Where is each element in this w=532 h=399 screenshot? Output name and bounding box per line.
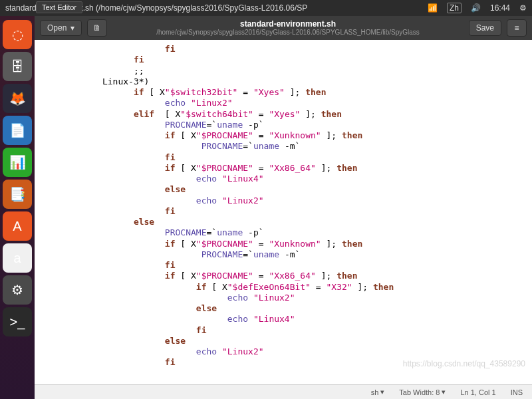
code-line[interactable]: else xyxy=(40,184,532,195)
code-line[interactable]: fi xyxy=(40,152,532,163)
insert-mode[interactable]: INS xyxy=(511,388,523,396)
launcher-firefox[interactable]: 🦊 xyxy=(3,84,32,113)
document-filename: standard-environment.sh xyxy=(112,19,463,29)
save-label: Save xyxy=(476,23,494,33)
watermark: https://blog.csdn.net/qq_43589290 xyxy=(403,359,525,368)
code-line[interactable]: PROCNAME=`uname -m` xyxy=(40,141,532,152)
gedit-toolbar: Open ▾ 🗎 standard-environment.sh /home/c… xyxy=(35,16,532,40)
launcher-files[interactable]: 🗄 xyxy=(3,52,32,81)
code-line[interactable]: if [ X"$PROCNAME" = "Xunknown" ]; then xyxy=(40,239,532,249)
code-line[interactable]: PROCNAME=`uname -p` xyxy=(40,227,532,238)
code-line[interactable]: echo "Linux4" xyxy=(40,174,532,184)
code-line[interactable]: ;; xyxy=(40,66,532,76)
new-file-icon: 🗎 xyxy=(93,23,101,33)
unity-launcher: ◌🗄🦊📄📊📑Aa⚙>_ xyxy=(0,16,35,399)
code-line[interactable]: PROCNAME=`uname -p` xyxy=(40,120,532,130)
launcher-ubuntu-dash[interactable]: ◌ xyxy=(3,20,32,49)
code-line[interactable]: echo "Linux2" xyxy=(40,346,532,357)
network-icon[interactable]: 📶 xyxy=(428,3,438,13)
document-title-area: standard-environment.sh /home/cjw/Synops… xyxy=(112,19,463,37)
code-line[interactable]: elif [ X"$switch64bit" = "Xyes" ]; then xyxy=(40,109,532,120)
editor-viewport[interactable]: fi fi ;; Linux-3*) if [ X"$switch32bit" … xyxy=(35,40,532,384)
code-line[interactable]: fi xyxy=(40,325,532,336)
hamburger-menu-button[interactable]: ≡ xyxy=(507,19,527,37)
status-bar: sh ▾ Tab Width: 8 ▾ Ln 1, Col 1 INS xyxy=(35,384,532,399)
launcher-impress[interactable]: 📑 xyxy=(3,180,32,209)
cursor-position: Ln 1, Col 1 xyxy=(460,388,495,396)
new-document-button[interactable]: 🗎 xyxy=(87,19,107,37)
code-line[interactable]: else xyxy=(40,303,532,314)
launcher-software[interactable]: A xyxy=(3,211,32,241)
gedit-window: Open ▾ 🗎 standard-environment.sh /home/c… xyxy=(35,16,532,399)
code-line[interactable]: fi xyxy=(40,206,532,217)
code-line[interactable]: fi xyxy=(40,44,532,55)
tab-width-selector[interactable]: Tab Width: 8 ▾ xyxy=(399,388,446,396)
app-tooltip: Text Editor xyxy=(36,1,82,13)
code-line[interactable]: echo "Linux2" xyxy=(40,98,532,108)
volume-icon[interactable]: 🔊 xyxy=(471,3,481,13)
code-line[interactable]: Linux-3*) xyxy=(40,76,532,87)
code-line[interactable]: fi xyxy=(40,55,532,65)
language-selector[interactable]: sh ▾ xyxy=(371,388,385,396)
save-button[interactable]: Save xyxy=(469,20,501,36)
code-line[interactable]: else xyxy=(40,217,532,227)
chevron-down-icon: ▾ xyxy=(70,23,74,33)
launcher-calc[interactable]: 📊 xyxy=(3,148,32,177)
code-line[interactable]: if [ X"$PROCNAME" = "Xunknown" ]; then xyxy=(40,130,532,141)
code-line[interactable]: echo "Linux2" xyxy=(40,293,532,303)
document-path: /home/cjw/Synopsys/spyglass2016/SpyGlass… xyxy=(112,29,463,37)
code-line[interactable]: if [ X"$defExeOn64Bit" = "X32" ]; then xyxy=(40,282,532,293)
code-line[interactable]: else xyxy=(40,336,532,346)
code-line[interactable]: echo "Linux2" xyxy=(40,196,532,206)
launcher-writer[interactable]: 📄 xyxy=(3,116,32,145)
input-method-indicator[interactable]: Zh xyxy=(447,3,462,13)
source-code[interactable]: fi fi ;; Linux-3*) if [ X"$switch32bit" … xyxy=(35,40,532,372)
code-line[interactable]: if [ X"$PROCNAME" = "Xx86_64" ]; then xyxy=(40,163,532,174)
code-line[interactable]: echo "Linux4" xyxy=(40,314,532,325)
gear-icon[interactable]: ⚙ xyxy=(519,3,527,13)
hamburger-icon: ≡ xyxy=(514,23,519,33)
clock[interactable]: 16:44 xyxy=(490,3,510,13)
system-tray: 📶 Zh 🔊 16:44 ⚙ xyxy=(428,3,527,13)
code-line[interactable]: if [ X"$PROCNAME" = "Xx86_64" ]; then xyxy=(40,271,532,281)
code-line[interactable]: PROCNAME=`uname -m` xyxy=(40,249,532,260)
launcher-terminal[interactable]: >_ xyxy=(3,307,32,336)
code-line[interactable]: fi xyxy=(40,260,532,271)
open-label: Open xyxy=(47,23,66,33)
launcher-settings[interactable]: ⚙ xyxy=(3,275,32,305)
code-line[interactable]: if [ X"$switch32bit" = "Xyes" ]; then xyxy=(40,87,532,98)
open-button[interactable]: Open ▾ xyxy=(40,20,82,36)
launcher-amazon[interactable]: a xyxy=(3,243,32,273)
